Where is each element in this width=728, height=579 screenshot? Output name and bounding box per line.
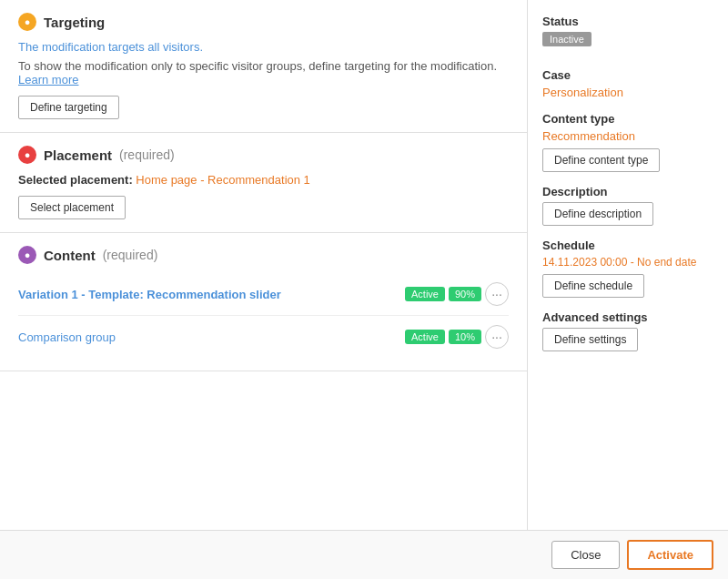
learn-more-link[interactable]: Learn more bbox=[18, 73, 78, 86]
description-section: Description Define description bbox=[542, 185, 713, 226]
table-row: Comparison group Active 10% ··· bbox=[18, 316, 509, 358]
comparison-group-name: Comparison group bbox=[18, 330, 116, 344]
schedule-value: 14.11.2023 00:00 - No end date bbox=[542, 256, 713, 269]
content-section: ● Content (required) Variation 1 - Templ… bbox=[0, 233, 527, 371]
modal-footer: Close Activate bbox=[0, 530, 728, 579]
selected-placement-label: Selected placement: bbox=[18, 173, 133, 187]
left-panel: ● Targeting The modification targets all… bbox=[0, 0, 528, 530]
define-description-button[interactable]: Define description bbox=[542, 202, 653, 226]
comparison-group-menu-button[interactable]: ··· bbox=[485, 325, 509, 349]
targeting-title: Targeting bbox=[44, 15, 105, 30]
selected-placement-value: Home page - Recommendation 1 bbox=[136, 173, 310, 187]
variation-1-menu-button[interactable]: ··· bbox=[485, 282, 509, 306]
define-schedule-button[interactable]: Define schedule bbox=[542, 274, 644, 298]
targeting-info: The modification targets all visitors. bbox=[18, 40, 509, 54]
selected-placement-row: Selected placement: Home page - Recommen… bbox=[18, 173, 509, 187]
table-row: Variation 1 - Template: Recommendation s… bbox=[18, 273, 509, 316]
comparison-group-badges: Active 10% ··· bbox=[405, 325, 509, 349]
status-badge: Inactive bbox=[542, 32, 592, 46]
targeting-description: To show the modification only to specifi… bbox=[18, 59, 509, 86]
content-type-value: Recommendation bbox=[542, 129, 713, 143]
schedule-section: Schedule 14.11.2023 00:00 - No end date … bbox=[542, 239, 713, 298]
content-subtitle: (required) bbox=[103, 248, 158, 262]
placement-title: Placement bbox=[44, 147, 112, 163]
description-label: Description bbox=[542, 185, 713, 198]
define-settings-button[interactable]: Define settings bbox=[542, 328, 638, 351]
placement-icon: ● bbox=[18, 146, 36, 164]
comparison-active-badge: Active bbox=[405, 330, 445, 344]
targeting-icon: ● bbox=[18, 13, 36, 31]
comparison-percent-badge: 10% bbox=[449, 330, 481, 344]
case-section: Case Personalization bbox=[542, 68, 713, 99]
targeting-section: ● Targeting The modification targets all… bbox=[0, 0, 527, 133]
content-type-section: Content type Recommendation Define conte… bbox=[542, 112, 713, 172]
advanced-section: Advanced settings Define settings bbox=[542, 310, 713, 351]
content-icon: ● bbox=[18, 246, 36, 264]
variation-1-percent-badge: 90% bbox=[449, 287, 481, 301]
case-value: Personalization bbox=[542, 86, 713, 99]
status-section: Status Inactive bbox=[542, 15, 713, 56]
variation-1-active-badge: Active bbox=[405, 287, 445, 301]
activate-button[interactable]: Activate bbox=[627, 540, 713, 570]
placement-section: ● Placement (required) Selected placemen… bbox=[0, 133, 527, 233]
variations-list: Variation 1 - Template: Recommendation s… bbox=[18, 273, 509, 358]
content-type-label: Content type bbox=[542, 112, 713, 126]
variation-1-name: Variation 1 - Template: Recommendation s… bbox=[18, 288, 281, 301]
close-button[interactable]: Close bbox=[551, 541, 620, 569]
content-title: Content bbox=[44, 248, 96, 263]
content-header: ● Content (required) bbox=[18, 246, 509, 264]
advanced-label: Advanced settings bbox=[542, 310, 713, 324]
variation-1-badges: Active 90% ··· bbox=[405, 282, 509, 306]
placement-header: ● Placement (required) bbox=[18, 146, 509, 164]
modal-body: ● Targeting The modification targets all… bbox=[0, 0, 728, 530]
case-label: Case bbox=[542, 68, 713, 82]
status-label: Status bbox=[542, 15, 713, 28]
schedule-label: Schedule bbox=[542, 239, 713, 252]
modal: ● Targeting The modification targets all… bbox=[0, 0, 728, 579]
define-content-type-button[interactable]: Define content type bbox=[542, 148, 660, 172]
select-placement-button[interactable]: Select placement bbox=[18, 196, 126, 219]
placement-subtitle: (required) bbox=[119, 147, 175, 162]
targeting-header: ● Targeting bbox=[18, 13, 509, 31]
right-panel: Status Inactive Case Personalization Con… bbox=[528, 0, 728, 530]
define-targeting-button[interactable]: Define targeting bbox=[18, 96, 119, 119]
